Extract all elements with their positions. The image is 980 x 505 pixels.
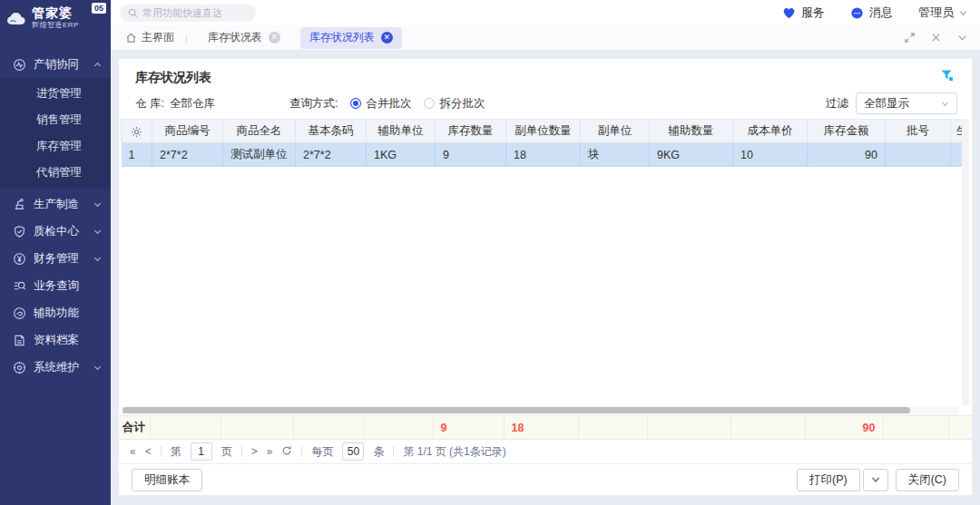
sidebar-item-assist[interactable]: 辅助功能 [0,299,111,326]
close-tab-icon[interactable]: ✕ [269,32,280,44]
sidebar-subitem[interactable]: 进货管理 [0,81,111,107]
column-header[interactable]: 成本单价 [733,120,808,143]
totals-cell: 90 [805,416,883,439]
table-body: 12*7*2测试副单位2*7*21KG918块9KG1090 [122,143,964,167]
data-table-zone: 商品编号商品全名基本条码辅助单位库存数量副单位数量副单位辅助数量成本单价库存金额… [119,119,972,406]
totals-cell [220,416,293,439]
divider [241,446,242,457]
per-page-input[interactable]: 50 [342,442,364,461]
radio-split-batch[interactable]: 拆分批次 [424,96,485,112]
chevron-down-icon [941,100,949,108]
expand-icon[interactable] [905,33,915,43]
brand-subtitle: 辉煌智造ERP [32,22,79,29]
sidebar-item-shield[interactable]: 质检中心 [0,218,111,245]
brand-name: 管家婆 [32,6,79,19]
column-header[interactable]: 商品全名 [223,120,296,143]
table-cell: 测试副单位 [223,143,296,167]
first-page-button[interactable]: « [130,445,136,458]
tab-divider: | [185,33,188,44]
collapse-chevron-icon[interactable] [957,33,967,43]
vertical-scrollbar[interactable] [962,119,969,406]
sidebar-item-finance[interactable]: 财务管理 [0,245,111,272]
table-header-row: 商品编号商品全名基本条码辅助单位库存数量副单位数量副单位辅助数量成本单价库存金额… [122,120,964,143]
service-heart-icon [782,6,796,20]
column-settings-button[interactable] [122,120,152,143]
message-bubble-icon [850,6,864,20]
table-cell: 1KG [367,143,436,167]
sidebar-item-query[interactable]: 业务查询 [0,272,111,299]
column-header[interactable]: 辅助数量 [650,120,733,143]
top-bar: 常用功能快速直达 服务 消息 管理员 [111,0,980,25]
column-header[interactable]: 商品编号 [152,120,223,143]
horizontal-scrollbar[interactable] [121,406,959,415]
column-header[interactable]: 基本条码 [296,120,367,143]
tab-inventory-list[interactable]: 库存状况列表 ✕ [300,27,402,49]
filter-label: 过滤 [826,96,848,112]
table-cell: 9KG [650,143,733,167]
chevron-down-icon [93,255,102,263]
sidebar-item-maintenance[interactable]: 系统维护 [0,354,111,381]
chevron-down-icon [93,228,102,236]
pulse-icon [12,57,26,72]
radio-icon [424,98,435,109]
filter-row: 仓 库: 全部仓库 查询方式: 合并批次 拆分批次 过滤 全部显示 [119,88,972,119]
last-page-button[interactable]: » [267,445,273,458]
chevron-up-icon [93,61,102,69]
quick-search-input[interactable]: 常用功能快速直达 [120,5,256,22]
next-page-button[interactable]: > [251,445,258,458]
pagination-bar: « < 第 1 页 > » 每页 50 条 第 1/1 页 (共1条记录) [119,440,972,464]
column-header[interactable]: 库存数量 [436,120,506,143]
column-header[interactable]: 副单位 [581,120,650,143]
sidebar-subitem[interactable]: 代销管理 [0,160,111,186]
refresh-icon[interactable] [281,445,292,459]
close-icon[interactable] [931,33,941,43]
column-header[interactable]: 库存金额 [808,120,886,143]
column-header[interactable]: 批号 [886,120,951,143]
assist-icon [12,306,26,320]
finance-icon [12,251,26,266]
prev-page-button[interactable]: < [145,445,152,458]
warehouse-value[interactable]: 全部仓库 [170,96,215,112]
sidebar-subitem[interactable]: 销售管理 [0,107,111,133]
service-menu[interactable]: 服务 [782,5,825,21]
sidebar-item-archive[interactable]: 资料档案 [0,326,111,354]
close-tab-icon[interactable]: ✕ [381,32,393,44]
pagination-summary: 第 1/1 页 (共1条记录) [403,444,505,460]
table-cell: 18 [506,143,581,167]
totals-row: 合计91890 [119,415,972,440]
column-header[interactable]: 辅助单位 [367,120,436,143]
column-header[interactable]: 生 [951,120,964,143]
tab-home[interactable]: 主界面 [125,30,174,45]
factory-icon [12,197,26,211]
table-row[interactable]: 12*7*2测试副单位2*7*21KG918块9KG1090 [122,143,964,167]
totals-cell [647,416,730,439]
table-cell: 2*7*2 [152,143,223,167]
filter-select[interactable]: 全部显示 [856,92,957,114]
table-cell [951,143,964,167]
page-number-input[interactable]: 1 [191,442,212,461]
scrollbar-thumb[interactable] [122,407,910,413]
app-logo: 管家婆 辉煌智造ERP 05 [0,0,111,42]
filter-funnel-icon[interactable] [940,69,954,85]
totals-cell [364,416,433,439]
row-index: 1 [122,143,152,167]
footer-action-bar: 明细账本 打印(P) 关闭(C) [119,464,972,495]
totals-cell [730,416,805,439]
user-menu[interactable]: 管理员 [918,5,967,21]
tab-inventory-report[interactable]: 库存状况表 ✕ [199,27,289,49]
messages-menu[interactable]: 消息 [850,5,893,21]
search-placeholder: 常用功能快速直达 [142,6,222,20]
column-header[interactable]: 副单位数量 [506,120,581,143]
print-options-button[interactable] [863,469,888,491]
close-button[interactable]: 关闭(C) [896,469,959,491]
detail-ledger-button[interactable]: 明细账本 [132,469,202,491]
sidebar-item-pulse[interactable]: 产销协同 [0,51,111,78]
radio-merge-batch[interactable]: 合并批次 [350,96,411,112]
sidebar-subitem[interactable]: 库存管理 [0,133,111,160]
warehouse-filter: 仓 库: 全部仓库 [135,96,289,112]
totals-cell: 9 [433,416,504,439]
sidebar-item-factory[interactable]: 生产制造 [0,190,111,218]
totals-cell [883,416,948,439]
print-button[interactable]: 打印(P) [797,469,860,491]
sidebar: 管家婆 辉煌智造ERP 05 产销协同进货管理销售管理库存管理代销管理 生产制造… [0,0,111,505]
